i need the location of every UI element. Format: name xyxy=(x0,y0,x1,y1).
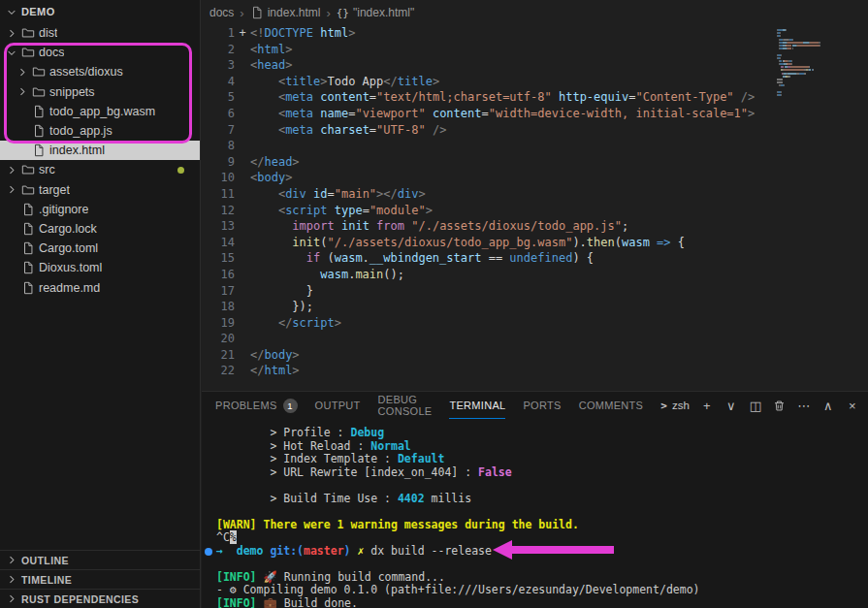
panel-tab-terminal[interactable]: TERMINAL xyxy=(449,392,505,419)
minimap-line xyxy=(777,45,856,47)
sidebar-item-label: todo_app.js xyxy=(49,124,113,138)
minimap[interactable] xyxy=(777,29,856,97)
gutter-plus-marker xyxy=(235,170,250,186)
code-line-2[interactable]: 2<html> xyxy=(202,42,868,58)
terminal-line-14: [INFO] 💼 Build done. xyxy=(216,597,868,608)
code-line-8[interactable]: 8 xyxy=(202,138,868,154)
breadcrumb-item-docs[interactable]: docs xyxy=(209,6,234,19)
close-panel-icon[interactable]: × xyxy=(846,399,859,413)
launch-profile-chevron-icon[interactable]: ∨ xyxy=(724,399,738,413)
sidebar-item-label: readme.md xyxy=(39,281,100,295)
code-line-17[interactable]: 17 } xyxy=(202,283,868,300)
gutter-plus-marker xyxy=(235,218,250,235)
sidebar-item-src[interactable]: src xyxy=(0,160,200,179)
code-line-7[interactable]: 7 <meta charset="UTF-8" /> xyxy=(202,122,868,139)
code-line-21[interactable]: 21</body> xyxy=(202,347,868,364)
sidebar-item-cargo-toml[interactable]: Cargo.toml xyxy=(0,239,200,258)
code-line-3[interactable]: 3<head> xyxy=(202,57,868,74)
panel-tab-output[interactable]: OUTPUT xyxy=(315,392,361,419)
chevron-right-icon xyxy=(6,164,17,176)
sidebar-section-rust-dependencies[interactable]: RUST DEPENDENCIES xyxy=(0,589,200,608)
sidebar-item-dioxus-toml[interactable]: Dioxus.toml xyxy=(0,258,200,277)
panel-tab-label: PORTS xyxy=(523,400,561,411)
chevron-right-icon xyxy=(6,27,17,40)
code-line-18[interactable]: 18 }); xyxy=(202,299,868,315)
shell-selector[interactable]: >zsh xyxy=(660,400,690,412)
breadcrumb-label: docs xyxy=(209,6,234,19)
explorer-section-header[interactable]: DEMO xyxy=(0,0,200,23)
code-line-12[interactable]: 12 <script type="module"> xyxy=(202,203,868,219)
code-line-16[interactable]: 16 wasm.main(); xyxy=(202,267,868,283)
sidebar-item-label: src xyxy=(39,163,55,176)
breadcrumb[interactable]: docs›index.html›{}"index.html" xyxy=(202,0,868,25)
chevron-right-icon xyxy=(6,554,17,566)
code-line-9[interactable]: 9</head> xyxy=(202,154,868,171)
gutter-plus-marker xyxy=(235,57,250,74)
breadcrumb-item-index-html[interactable]: index.html xyxy=(250,6,321,19)
braces-icon: {} xyxy=(337,7,349,19)
code-line-10[interactable]: 10<body> xyxy=(202,170,868,186)
breadcrumb-item-index-html[interactable]: {}"index.html" xyxy=(337,6,414,19)
gutter-plus-marker xyxy=(235,106,250,122)
sidebar-item-cargo-lock[interactable]: Cargo.lock xyxy=(0,219,200,239)
code-line-5[interactable]: 5 <meta content="text/html;charset=utf-8… xyxy=(202,89,868,106)
code-line-15[interactable]: 15 if (wasm.__wbindgen_start == undefine… xyxy=(202,250,868,267)
code-line-4[interactable]: 4 <title>Todo App</title> xyxy=(202,74,868,90)
code-line-22[interactable]: 22</html> xyxy=(202,363,868,379)
breadcrumb-separator-icon: › xyxy=(240,6,243,20)
code-line-11[interactable]: 11 <div id="main"></div> xyxy=(202,186,868,203)
file-icon xyxy=(32,144,46,157)
code-line-14[interactable]: 14 init("/./assets/dioxus/todo_app_bg.wa… xyxy=(202,235,868,251)
code-line-13[interactable]: 13 import init from "/./assets/dioxus/to… xyxy=(202,218,868,235)
gutter-plus-marker xyxy=(235,250,250,267)
minimap-line xyxy=(777,91,856,93)
more-actions-icon[interactable]: ⋯ xyxy=(797,399,811,413)
file-icon xyxy=(21,222,35,236)
line-number: 3 xyxy=(202,57,235,74)
terminal-line-13: - ⚙ Compiling demo 0.1.0 (path+file:///U… xyxy=(216,584,868,597)
minimap-line xyxy=(777,79,856,80)
code-editor[interactable]: 1+<!DOCTYPE html>2<html>3<head>4 <title>… xyxy=(202,25,868,391)
panel-tab-ports[interactable]: PORTS xyxy=(523,392,561,419)
sidebar-item-index-html[interactable]: index.html xyxy=(0,141,200,160)
split-terminal-icon[interactable]: ◫ xyxy=(749,399,762,413)
sidebar-item-snippets[interactable]: snippets xyxy=(0,82,200,102)
sidebar-item-label: Dioxus.toml xyxy=(39,261,102,274)
sidebar-item-target[interactable]: target xyxy=(0,180,200,200)
chevron-down-icon xyxy=(6,47,17,59)
sidebar-item-todo-app-js[interactable]: todo_app.js xyxy=(0,121,200,141)
sidebar-item-todo-app-bg-wasm[interactable]: todo_app_bg.wasm xyxy=(0,102,200,121)
code-line-20[interactable]: 20 xyxy=(202,331,868,347)
sidebar-item-dist[interactable]: dist xyxy=(0,23,200,43)
line-number: 19 xyxy=(202,315,235,332)
sidebar-item-readme-md[interactable]: readme.md xyxy=(0,277,200,297)
kill-terminal-icon[interactable] xyxy=(773,400,787,412)
file-icon xyxy=(21,281,35,295)
sidebar-section-timeline[interactable]: TIMELINE xyxy=(0,569,200,589)
folder-icon xyxy=(21,46,35,59)
panel-tab-comments[interactable]: COMMENTS xyxy=(579,392,644,419)
panel-tab-debug-console[interactable]: DEBUG CONSOLE xyxy=(378,392,433,419)
minimap-line xyxy=(777,60,856,62)
sidebar-section-outline[interactable]: OUTLINE xyxy=(0,550,200,569)
minimap-line xyxy=(777,29,856,31)
minimap-line xyxy=(777,73,856,75)
line-number: 11 xyxy=(202,186,235,203)
sidebar-item-docs[interactable]: docs xyxy=(0,43,200,62)
sidebar-item-gitignore[interactable]: .gitignore xyxy=(0,200,200,219)
sidebar-item-assets-dioxus[interactable]: assets/dioxus xyxy=(0,62,200,81)
bottom-panel: PROBLEMS1OUTPUTDEBUG CONSOLETERMINALPORT… xyxy=(202,391,868,608)
code-line-19[interactable]: 19 </script> xyxy=(202,315,868,332)
line-number: 21 xyxy=(202,347,235,364)
terminal-output[interactable]: > Profile : Debug > Hot Reload : Normal … xyxy=(202,419,868,608)
minimap-line xyxy=(777,76,856,78)
gutter-plus-marker xyxy=(235,347,250,364)
minimap-line xyxy=(777,35,856,37)
code-line-6[interactable]: 6 <meta name="viewport" content="width=d… xyxy=(202,106,868,122)
maximize-panel-icon[interactable]: ∧ xyxy=(821,399,835,413)
panel-tab-problems[interactable]: PROBLEMS1 xyxy=(215,392,298,419)
code-line-1[interactable]: 1+<!DOCTYPE html> xyxy=(202,25,868,42)
new-terminal-icon[interactable]: + xyxy=(700,399,714,413)
line-number: 7 xyxy=(202,122,235,139)
line-number: 22 xyxy=(202,363,235,379)
